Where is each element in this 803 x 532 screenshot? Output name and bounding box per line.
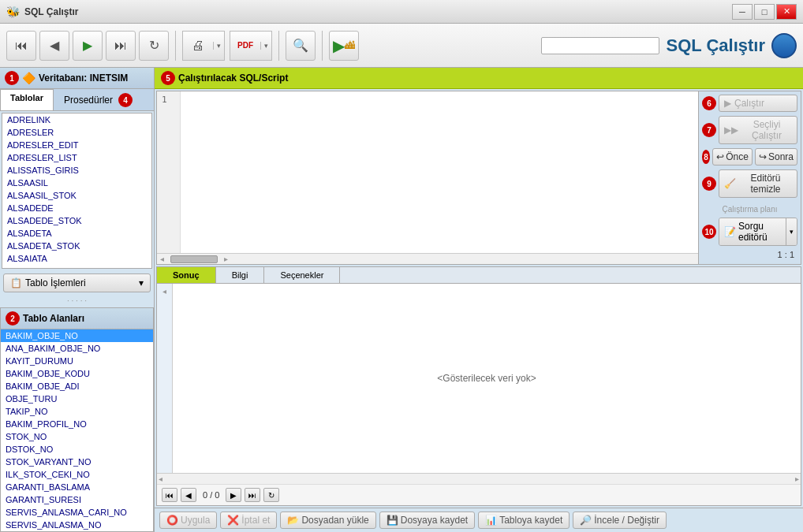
print-arrow-button[interactable]: ▾ (213, 42, 224, 50)
list-item[interactable]: DSTOK_NO (1, 443, 153, 456)
dosyaya-kaydet-button[interactable]: 💾 Dosyaya kaydet (379, 512, 475, 529)
right-panel: 5 Çalıştırılacak SQL/Script 1 ◂ ▸ 6 (155, 68, 803, 532)
dosyadan-yukle-button[interactable]: 📂 Dosyadan yükle (280, 512, 375, 529)
table-list[interactable]: ADRELINK ADRESLER ADRESLER_EDIT ADRESLER… (2, 113, 152, 269)
sql-content-area: 1 (157, 91, 698, 253)
tabloya-kaydet-button[interactable]: 📊 Tabloya kaydet (478, 512, 570, 529)
print-main-button[interactable]: 🖨 (183, 39, 213, 53)
list-item[interactable]: ALSADETA_STOK (2, 240, 151, 252)
list-item[interactable]: ALSAASIL (2, 177, 151, 189)
action-panel: 6 ▶ Çalıştır 7 ▶▶ Seçliyi Çalıştır 8 (698, 91, 801, 264)
calistir-label: Çalıştır (734, 98, 764, 109)
sorgu-editoru-label: Sorgu editörü (738, 221, 781, 243)
list-item[interactable]: ANA_BAKIM_OBJE_NO (1, 342, 153, 355)
list-item[interactable]: TAKIP_NO (1, 405, 153, 418)
results-scrollbar-h[interactable]: ◂ ▸ (157, 473, 801, 484)
tab-tablolar[interactable]: Tablolar (0, 89, 54, 110)
list-item[interactable]: ALISSATIS_GIRIS (2, 164, 151, 177)
list-item[interactable]: KAYIT_DURUMU (1, 355, 153, 367)
iptal-et-button[interactable]: ❌ İptal et (220, 512, 277, 529)
sql-edit-section: 1 ◂ ▸ (157, 91, 698, 264)
search-box[interactable] (541, 37, 659, 54)
list-item[interactable]: ALSAINDI (2, 265, 151, 269)
folder-icon: 📂 (287, 515, 299, 526)
sql-and-actions: 1 ◂ ▸ 6 ▶ Çalıştır (156, 91, 801, 265)
nav-forward-button[interactable]: ▶ (226, 488, 241, 502)
secliyi-calistir-label: Seçliyi Çalıştır (741, 119, 792, 141)
results-area: Sonuç Bilgi Seçenekler ◂ <Gösterilecek v… (156, 266, 801, 506)
tab-sonuc[interactable]: Sonuç (157, 267, 216, 283)
list-item[interactable]: ALSADEDE (2, 202, 151, 214)
results-nav: ⏮ ◀ 0 / 0 ▶ ⏭ ↻ (157, 484, 801, 505)
list-item[interactable]: GARANTI_BASLAMA (1, 481, 153, 493)
uygula-label: Uygula (181, 515, 210, 526)
list-item[interactable]: ADRESLER (2, 126, 151, 139)
sql-badge: 5 (161, 71, 175, 85)
editoru-temizle-button[interactable]: 🧹 Editörü temizle (719, 169, 797, 198)
sql-editor[interactable] (181, 91, 698, 253)
pdf-group: PDF ▾ (230, 31, 272, 61)
uygula-button[interactable]: ⭕ Uygula (159, 512, 217, 529)
toolbar-separator-1 (175, 31, 176, 61)
nav-first-button[interactable]: ⏮ (162, 488, 177, 502)
list-item[interactable]: GARANTI_SURESI (1, 493, 153, 506)
close-button[interactable]: ✕ (776, 4, 797, 20)
list-item[interactable]: ALSAASIL_STOK (2, 189, 151, 202)
pdf-main-button[interactable]: PDF (230, 41, 260, 50)
h-scroll-thumb[interactable] (170, 255, 218, 263)
refresh-button[interactable]: ↻ (139, 31, 169, 61)
list-item[interactable]: ILK_STOK_CEKI_NO (1, 468, 153, 481)
list-item[interactable]: BAKIM_OBJE_NO (1, 329, 153, 342)
incele-degistir-label: İncele / Değiştir (594, 515, 659, 526)
list-item[interactable]: ALSADEDE_STOK (2, 214, 151, 227)
incele-degistir-button[interactable]: 🔎 İncele / Değiştir (573, 512, 667, 529)
tab-prosedurler[interactable]: Prosedürler 4 (54, 89, 143, 110)
list-item[interactable]: STOK_NO (1, 430, 153, 443)
tablo-islemleri-button[interactable]: 📋 Tablo İşlemleri ▾ (3, 273, 151, 292)
list-item[interactable]: SERVIS_ANLASMA_CARI_NO (1, 506, 153, 519)
list-item[interactable]: BAKIM_OBJE_KODU (1, 367, 153, 380)
once-button[interactable]: ↩ Önce (712, 148, 753, 166)
help-button[interactable] (771, 33, 797, 58)
list-item[interactable]: BAKIM_OBJE_ADI (1, 380, 153, 392)
list-item[interactable]: SERVIS_ANLASMA_NO (1, 519, 153, 531)
skip-forward-button[interactable]: ⏭ (106, 31, 136, 61)
maximize-button[interactable]: □ (754, 4, 775, 20)
list-item[interactable]: ADRESLER_EDIT (2, 139, 151, 151)
fields-list[interactable]: BAKIM_OBJE_NO ANA_BAKIM_OBJE_NO KAYIT_DU… (0, 329, 154, 532)
print-split-button[interactable]: 🖨 ▾ (182, 31, 225, 61)
sonra-button[interactable]: ↪ Sonra (755, 148, 797, 166)
pdf-split-button[interactable]: PDF ▾ (230, 31, 272, 61)
dosyadan-yukle-label: Dosyadan yükle (301, 515, 368, 526)
tab-bilgi[interactable]: Bilgi (216, 267, 265, 283)
sorgu-editoru-arrow[interactable]: ▾ (786, 218, 797, 245)
list-item[interactable]: STOK_VARYANT_NO (1, 456, 153, 468)
nav-refresh-button[interactable]: ↻ (263, 488, 279, 502)
nav-last-button[interactable]: ⏭ (245, 488, 260, 502)
rewind-first-button[interactable]: ⏮ (6, 31, 36, 61)
rewind-back-button[interactable]: ◀ (39, 31, 69, 61)
list-item[interactable]: BAKIM_PROFIL_NO (1, 418, 153, 430)
run-go-button[interactable]: ▶🏙 (329, 31, 359, 61)
tablo-alanlari-section: 2 Tablo Alanları BAKIM_OBJE_NO ANA_BAKIM… (0, 307, 154, 532)
list-item[interactable]: ADRESLER_LIST (2, 151, 151, 164)
sql-scrollbar-h[interactable]: ◂ ▸ (157, 253, 698, 264)
no-data-message: <Gösterilecek veri yok> (437, 373, 536, 384)
tab-secenekler[interactable]: Seçenekler (264, 267, 340, 283)
list-item[interactable]: ADRELINK (2, 113, 151, 126)
divider: · · · · · (0, 296, 154, 306)
sorgu-editoru-main[interactable]: 📝 Sorgu editörü (719, 218, 786, 245)
play-button[interactable]: ▶ (73, 31, 103, 61)
list-item[interactable]: ALSAIATA (2, 252, 151, 265)
iptal-icon: ❌ (227, 515, 239, 526)
list-item[interactable]: ALSADETA (2, 227, 151, 240)
minimize-button[interactable]: ─ (732, 4, 753, 20)
list-item[interactable]: OBJE_TURU (1, 392, 153, 405)
secliyi-calistir-button[interactable]: ▶▶ Seçliyi Çalıştır (719, 116, 797, 144)
nav-back-button[interactable]: ◀ (181, 488, 196, 502)
sorgu-editoru-split[interactable]: 📝 Sorgu editörü ▾ (719, 218, 797, 246)
once-label: Önce (726, 151, 749, 162)
calistir-button[interactable]: ▶ Çalıştır (719, 95, 797, 112)
pdf-arrow-button[interactable]: ▾ (260, 42, 271, 50)
find-button[interactable]: 🔍 (286, 31, 316, 61)
